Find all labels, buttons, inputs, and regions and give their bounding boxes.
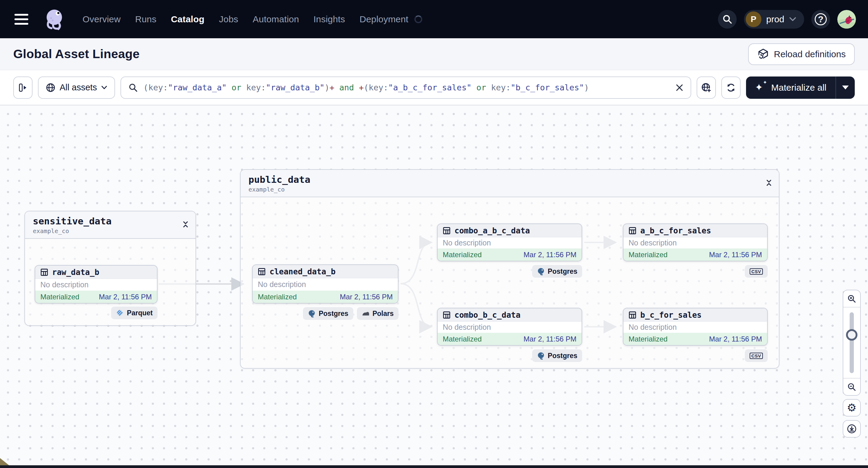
badge-label: Postgres	[548, 268, 577, 276]
search-icon	[722, 14, 733, 24]
nav-link-catalog[interactable]: Catalog	[171, 14, 204, 24]
download-graph-button[interactable]	[843, 420, 861, 438]
asset-scope-label: All assets	[60, 83, 97, 92]
refresh-graph-button[interactable]	[721, 76, 741, 99]
asset-timestamp: Mar 2, 11:56 PM	[523, 251, 577, 259]
kind-badge-csv[interactable]: CSV	[745, 349, 768, 362]
table-icon	[40, 268, 48, 276]
materialize-all-label: Materialize all	[771, 83, 827, 93]
asset-node-b-c-for-sales[interactable]: b_c_for_sales No description Materialize…	[623, 308, 768, 346]
collapse-group-icon[interactable]	[766, 179, 772, 188]
asset-node-a-b-c-for-sales[interactable]: a_b_c_for_sales No description Materiali…	[623, 223, 768, 261]
nav-link-jobs[interactable]: Jobs	[219, 14, 238, 24]
materialize-all-button[interactable]: ✦✦ Materialize all	[746, 76, 835, 99]
asset-name: a_b_c_for_sales	[640, 226, 711, 235]
asset-timestamp: Mar 2, 11:56 PM	[709, 335, 762, 343]
zoom-slider-handle[interactable]	[846, 329, 858, 341]
asset-node-cleaned-data-b[interactable]: cleaned_data_b No description Materializ…	[252, 264, 399, 304]
dagster-logo-icon[interactable]	[42, 6, 68, 32]
chevron-down-icon	[101, 86, 107, 89]
zoom-in-icon	[847, 294, 856, 303]
group-title: public_data	[248, 174, 771, 185]
globe-plus-icon	[701, 83, 711, 93]
search-button[interactable]	[718, 10, 737, 29]
nav-link-overview[interactable]: Overview	[83, 14, 121, 24]
page-title: Global Asset Lineage	[13, 47, 140, 61]
asset-node-raw-data-b[interactable]: raw_data_b No description Materialized M…	[35, 265, 157, 304]
asset-description: No description	[628, 323, 677, 332]
kind-badge-postgres[interactable]: Postgres	[303, 307, 353, 320]
sparkle-icon: ✦✦	[755, 82, 767, 93]
asset-name: combo_a_b_c_data	[455, 226, 530, 235]
reload-definitions-label: Reload definitions	[774, 49, 846, 59]
user-avatar[interactable]	[837, 10, 856, 29]
caret-down-icon	[842, 86, 849, 89]
nav-links: Overview Runs Catalog Jobs Automation In…	[83, 14, 422, 24]
deployment-loading-spinner	[414, 15, 422, 23]
menu-icon[interactable]	[14, 9, 34, 29]
materialize-all-split-button: ✦✦ Materialize all	[746, 76, 855, 99]
table-icon	[628, 311, 637, 319]
asset-timestamp: Mar 2, 11:56 PM	[340, 293, 393, 301]
refresh-icon	[726, 83, 736, 93]
lineage-canvas[interactable]: sensitive_data example_co public_data ex…	[0, 105, 868, 468]
materialize-options-button[interactable]	[836, 76, 855, 99]
asset-timestamp: Mar 2, 11:56 PM	[523, 335, 577, 343]
kind-badge-parquet[interactable]: Parquet	[111, 307, 157, 319]
asset-status: Materialized	[443, 251, 482, 259]
collapse-group-icon[interactable]	[182, 221, 189, 229]
environment-switcher[interactable]: P prod	[744, 10, 804, 29]
table-icon	[443, 227, 451, 235]
group-subtitle: example_co	[33, 227, 188, 235]
badge-label: Postgres	[548, 352, 577, 360]
asset-status: Materialized	[443, 335, 482, 343]
postgres-icon	[308, 310, 316, 317]
asset-search-input[interactable]: (key:"raw_data_a" or key:"raw_data_b")+ …	[121, 76, 691, 99]
download-icon	[847, 424, 857, 434]
zoom-in-button[interactable]	[843, 290, 860, 307]
badge-row: CSV	[623, 265, 768, 278]
postgres-icon	[537, 268, 545, 275]
nav-link-runs[interactable]: Runs	[135, 14, 157, 24]
clear-search-button[interactable]	[676, 84, 683, 92]
zoom-out-icon	[847, 382, 856, 392]
group-header: sensitive_data example_co	[25, 211, 195, 239]
page-header: Global Asset Lineage Reload definitions	[0, 38, 868, 70]
asset-description: No description	[628, 239, 677, 247]
nav-link-insights[interactable]: Insights	[313, 14, 345, 24]
help-button[interactable]: ?	[811, 10, 830, 29]
nav-link-automation[interactable]: Automation	[253, 14, 299, 24]
badge-label: Parquet	[127, 309, 153, 317]
open-sidebar-button[interactable]	[13, 76, 33, 99]
asset-node-combo-a-b-c-data[interactable]: combo_a_b_c_data No description Material…	[437, 223, 582, 261]
kind-badge-postgres[interactable]: Postgres	[532, 265, 582, 278]
group-title: sensitive_data	[33, 216, 188, 226]
nav-link-deployment[interactable]: Deployment	[360, 14, 408, 24]
kind-badge-postgres[interactable]: Postgres	[532, 349, 582, 362]
badge-row: Parquet	[35, 307, 157, 319]
asset-node-combo-b-c-data[interactable]: combo_b_c_data No description Materializ…	[437, 308, 582, 346]
zoom-slider-track[interactable]	[849, 312, 854, 373]
close-icon	[676, 84, 683, 92]
badge-row: Postgres	[437, 265, 582, 278]
zoom-slider	[843, 308, 860, 378]
reload-cube-icon	[757, 48, 769, 60]
zoom-out-button[interactable]	[843, 379, 860, 395]
bottom-edge	[0, 465, 868, 468]
new-scope-button[interactable]	[696, 76, 716, 99]
reload-definitions-button[interactable]: Reload definitions	[748, 43, 855, 65]
polars-bear-icon	[362, 310, 370, 317]
lineage-toolbar: All assets (key:"raw_data_a" or key:"raw…	[0, 70, 868, 105]
graph-settings-button[interactable]: ⚙	[843, 399, 861, 416]
asset-description: No description	[443, 239, 491, 247]
table-icon	[258, 268, 266, 276]
asset-description: No description	[443, 323, 491, 332]
asset-name: combo_b_c_data	[455, 311, 521, 319]
csv-icon: CSV	[750, 353, 763, 359]
kind-badge-polars[interactable]: Polars	[357, 307, 399, 320]
asset-scope-dropdown[interactable]: All assets	[38, 76, 115, 99]
badge-row: Postgres	[437, 349, 582, 362]
asset-status: Materialized	[40, 293, 79, 301]
kind-badge-csv[interactable]: CSV	[745, 265, 768, 278]
corner-artifact	[0, 458, 9, 465]
